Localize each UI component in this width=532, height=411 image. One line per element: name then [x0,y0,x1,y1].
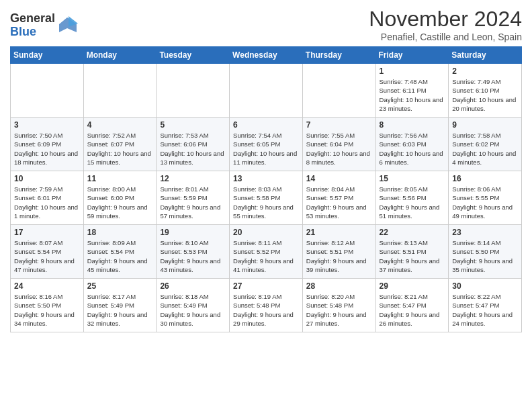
day-number: 24 [14,281,81,291]
calendar-week-row: 24Sunrise: 8:16 AM Sunset: 5:50 PM Dayli… [11,279,522,332]
day-number: 10 [14,174,81,183]
day-info: Sunrise: 8:06 AM Sunset: 5:55 PM Dayligh… [452,185,519,220]
calendar-cell: 19Sunrise: 8:10 AM Sunset: 5:53 PM Dayli… [157,225,230,279]
day-info: Sunrise: 8:07 AM Sunset: 5:54 PM Dayligh… [14,238,81,274]
day-number: 25 [87,281,154,291]
day-number: 23 [452,228,519,237]
calendar-cell: 9Sunrise: 7:58 AM Sunset: 6:02 PM Daylig… [449,118,522,171]
calendar-cell: 21Sunrise: 8:12 AM Sunset: 5:51 PM Dayli… [302,225,375,279]
day-number: 29 [380,281,446,291]
calendar-cell: 10Sunrise: 7:59 AM Sunset: 6:01 PM Dayli… [11,171,84,225]
day-number: 5 [160,120,226,130]
calendar-week-row: 1Sunrise: 7:48 AM Sunset: 6:11 PM Daylig… [11,64,522,118]
day-number: 15 [380,174,446,183]
calendar-cell: 4Sunrise: 7:52 AM Sunset: 6:07 PM Daylig… [83,118,157,171]
day-info: Sunrise: 8:21 AM Sunset: 5:47 PM Dayligh… [380,292,446,328]
day-info: Sunrise: 7:50 AM Sunset: 6:09 PM Dayligh… [14,131,81,167]
calendar-cell: 29Sunrise: 8:21 AM Sunset: 5:47 PM Dayli… [375,279,449,332]
calendar-week-row: 3Sunrise: 7:50 AM Sunset: 6:09 PM Daylig… [11,118,522,171]
weekday-header-tuesday: Tuesday [157,47,230,64]
calendar-week-row: 10Sunrise: 7:59 AM Sunset: 6:01 PM Dayli… [11,171,522,225]
calendar-cell: 24Sunrise: 8:16 AM Sunset: 5:50 PM Dayli… [11,279,84,332]
day-info: Sunrise: 7:55 AM Sunset: 6:04 PM Dayligh… [306,131,373,167]
logo-general: General [10,12,55,26]
calendar-cell: 17Sunrise: 8:07 AM Sunset: 5:54 PM Dayli… [11,225,84,279]
day-number: 22 [380,228,446,237]
calendar-cell [302,64,375,118]
calendar-cell: 22Sunrise: 8:13 AM Sunset: 5:51 PM Dayli… [375,225,449,279]
day-info: Sunrise: 8:17 AM Sunset: 5:49 PM Dayligh… [87,292,154,328]
calendar-table: SundayMondayTuesdayWednesdayThursdayFrid… [10,46,522,332]
day-number: 17 [14,228,81,237]
month-title: November 2024 [369,7,522,32]
day-info: Sunrise: 8:05 AM Sunset: 5:56 PM Dayligh… [380,185,446,220]
calendar-cell: 8Sunrise: 7:56 AM Sunset: 6:03 PM Daylig… [375,118,449,171]
day-number: 28 [306,281,373,291]
calendar-cell: 27Sunrise: 8:19 AM Sunset: 5:48 PM Dayli… [230,279,303,332]
day-info: Sunrise: 8:03 AM Sunset: 5:58 PM Dayligh… [233,185,300,220]
day-info: Sunrise: 8:01 AM Sunset: 5:59 PM Dayligh… [160,185,226,220]
day-info: Sunrise: 7:48 AM Sunset: 6:11 PM Dayligh… [380,77,446,113]
page-header: General Blue November 2024 Penafiel, Cas… [10,7,522,42]
calendar-cell: 3Sunrise: 7:50 AM Sunset: 6:09 PM Daylig… [11,118,84,171]
day-info: Sunrise: 8:20 AM Sunset: 5:48 PM Dayligh… [306,292,373,328]
day-info: Sunrise: 8:16 AM Sunset: 5:50 PM Dayligh… [14,292,81,328]
calendar-cell: 23Sunrise: 8:14 AM Sunset: 5:50 PM Dayli… [449,225,522,279]
day-number: 4 [87,120,154,130]
weekday-header-thursday: Thursday [302,47,375,64]
weekday-header-saturday: Saturday [449,47,522,64]
day-info: Sunrise: 7:58 AM Sunset: 6:02 PM Dayligh… [452,131,519,167]
day-number: 7 [306,120,373,130]
logo-blue: Blue [10,26,55,39]
calendar-cell [11,64,84,118]
calendar-cell: 1Sunrise: 7:48 AM Sunset: 6:11 PM Daylig… [375,64,449,118]
calendar-cell: 2Sunrise: 7:49 AM Sunset: 6:10 PM Daylig… [449,64,522,118]
weekday-header-monday: Monday [83,47,157,64]
day-number: 1 [380,66,446,76]
day-number: 13 [233,174,300,183]
day-number: 21 [306,228,373,237]
day-number: 18 [87,228,154,237]
calendar-cell: 20Sunrise: 8:11 AM Sunset: 5:52 PM Dayli… [230,225,303,279]
calendar-cell: 28Sunrise: 8:20 AM Sunset: 5:48 PM Dayli… [302,279,375,332]
calendar-cell [230,64,303,118]
day-info: Sunrise: 7:54 AM Sunset: 6:05 PM Dayligh… [233,131,300,167]
day-info: Sunrise: 8:14 AM Sunset: 5:50 PM Dayligh… [452,238,519,274]
day-info: Sunrise: 8:12 AM Sunset: 5:51 PM Dayligh… [306,238,373,274]
day-number: 6 [233,120,300,130]
day-info: Sunrise: 7:59 AM Sunset: 6:01 PM Dayligh… [14,185,81,220]
calendar-cell: 7Sunrise: 7:55 AM Sunset: 6:04 PM Daylig… [302,118,375,171]
calendar-cell: 6Sunrise: 7:54 AM Sunset: 6:05 PM Daylig… [230,118,303,171]
calendar-cell: 26Sunrise: 8:18 AM Sunset: 5:49 PM Dayli… [157,279,230,332]
calendar-cell: 12Sunrise: 8:01 AM Sunset: 5:59 PM Dayli… [157,171,230,225]
day-number: 11 [87,174,154,183]
title-area: November 2024 Penafiel, Castille and Leo… [369,7,522,42]
calendar-cell: 30Sunrise: 8:22 AM Sunset: 5:47 PM Dayli… [449,279,522,332]
day-number: 19 [160,228,226,237]
logo: General Blue [10,12,78,39]
day-number: 8 [380,120,446,130]
day-number: 26 [160,281,226,291]
day-info: Sunrise: 8:09 AM Sunset: 5:54 PM Dayligh… [87,238,154,274]
calendar-cell: 15Sunrise: 8:05 AM Sunset: 5:56 PM Dayli… [375,171,449,225]
day-info: Sunrise: 8:00 AM Sunset: 6:00 PM Dayligh… [87,185,154,220]
calendar-cell: 13Sunrise: 8:03 AM Sunset: 5:58 PM Dayli… [230,171,303,225]
day-info: Sunrise: 8:04 AM Sunset: 5:57 PM Dayligh… [306,185,373,220]
day-info: Sunrise: 8:10 AM Sunset: 5:53 PM Dayligh… [160,238,226,274]
day-info: Sunrise: 8:11 AM Sunset: 5:52 PM Dayligh… [233,238,300,274]
day-number: 9 [452,120,519,130]
day-info: Sunrise: 8:18 AM Sunset: 5:49 PM Dayligh… [160,292,226,328]
calendar-week-row: 17Sunrise: 8:07 AM Sunset: 5:54 PM Dayli… [11,225,522,279]
calendar-cell: 18Sunrise: 8:09 AM Sunset: 5:54 PM Dayli… [83,225,157,279]
calendar-cell: 5Sunrise: 7:53 AM Sunset: 6:06 PM Daylig… [157,118,230,171]
day-number: 3 [14,120,81,130]
day-number: 30 [452,281,519,291]
day-info: Sunrise: 7:52 AM Sunset: 6:07 PM Dayligh… [87,131,154,167]
calendar-cell [157,64,230,118]
weekday-header-friday: Friday [375,47,449,64]
day-info: Sunrise: 8:13 AM Sunset: 5:51 PM Dayligh… [380,238,446,274]
day-number: 16 [452,174,519,183]
calendar-cell [83,64,157,118]
day-number: 20 [233,228,300,237]
day-info: Sunrise: 7:49 AM Sunset: 6:10 PM Dayligh… [452,77,519,113]
